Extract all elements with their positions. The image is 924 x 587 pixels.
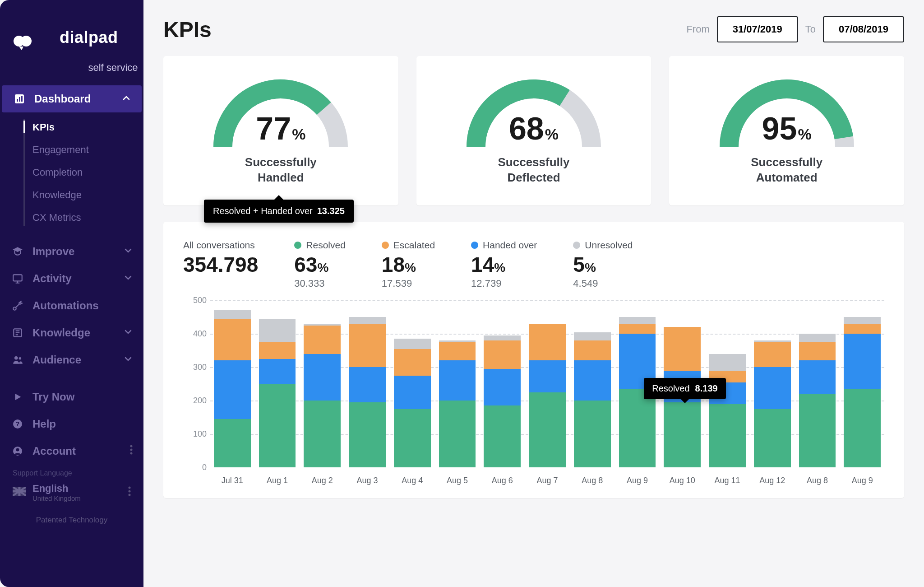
stats-row: All conversations 354.798 Resolved63%30.… bbox=[183, 240, 884, 290]
svg-rect-5 bbox=[21, 96, 23, 102]
date-to-input[interactable] bbox=[823, 16, 904, 42]
bar-seg-resolved bbox=[259, 384, 296, 467]
nav-improve[interactable]: Improve bbox=[0, 238, 143, 265]
legend-dot bbox=[382, 242, 389, 249]
dashboard-sublist: KPIs Engagement Completion Knowledge CX … bbox=[0, 116, 143, 229]
bar-col[interactable] bbox=[709, 354, 746, 468]
book-icon bbox=[11, 327, 24, 339]
chart-icon bbox=[13, 93, 26, 104]
bar-col[interactable] bbox=[259, 319, 296, 467]
bar-seg-resolved bbox=[844, 389, 881, 467]
main: KPIs From To 77%SuccessfullyHandledResol… bbox=[143, 0, 924, 587]
date-from-input[interactable] bbox=[717, 16, 798, 42]
date-range: From To bbox=[686, 16, 904, 42]
nav-try-now[interactable]: Try Now bbox=[0, 383, 143, 410]
y-tick: 100 bbox=[193, 429, 207, 439]
chart-tooltip: Resolved8.139 bbox=[644, 378, 725, 399]
subnav-cx-metrics[interactable]: CX Metrics bbox=[32, 206, 143, 229]
x-label: Aug 3 bbox=[349, 471, 386, 485]
stat-pct: 63% bbox=[294, 253, 346, 276]
account-icon bbox=[11, 446, 24, 457]
svg-point-16 bbox=[130, 445, 133, 447]
bar-col[interactable] bbox=[349, 317, 386, 467]
x-label: Aug 8 bbox=[574, 471, 611, 485]
stat-unresolved: Unresolved5%4.549 bbox=[573, 240, 633, 290]
bar-col[interactable] bbox=[754, 340, 791, 467]
svg-point-22 bbox=[129, 494, 131, 496]
bar-col[interactable] bbox=[394, 339, 431, 467]
gauge-card-2: 95%SuccessfullyAutomated bbox=[669, 56, 904, 205]
bar-seg-resolved bbox=[574, 401, 611, 467]
legend-dot bbox=[471, 242, 478, 249]
y-tick: 300 bbox=[193, 363, 207, 372]
stat-label: Handed over bbox=[483, 240, 537, 251]
bar-seg-handed-over bbox=[349, 367, 386, 402]
bar-seg-unresolved bbox=[844, 317, 881, 324]
bar-seg-resolved bbox=[484, 405, 521, 467]
topbar: KPIs From To bbox=[163, 16, 904, 42]
bar-col[interactable] bbox=[484, 335, 521, 467]
nav-knowledge[interactable]: Knowledge bbox=[0, 319, 143, 346]
bar-seg-escalated bbox=[259, 342, 296, 359]
nav-activity[interactable]: Activity bbox=[0, 265, 143, 292]
subnav-knowledge[interactable]: Knowledge bbox=[32, 184, 143, 206]
bar-seg-resolved bbox=[664, 402, 701, 467]
bar-seg-resolved bbox=[529, 392, 566, 468]
bar-seg-escalated bbox=[394, 349, 431, 376]
nav-label: Improve bbox=[32, 245, 74, 258]
gauge-2: 95% bbox=[712, 72, 861, 151]
x-label: Aug 12 bbox=[754, 471, 791, 485]
bar-col[interactable] bbox=[214, 310, 251, 467]
stat-label: Resolved bbox=[306, 240, 346, 251]
conversations-chart: 0100200300400500 Jul 31Aug 1Aug 2Aug 3Au… bbox=[183, 300, 884, 485]
bar-seg-escalated bbox=[349, 324, 386, 367]
bar-col[interactable] bbox=[799, 334, 836, 467]
stat-label: Escalated bbox=[393, 240, 435, 251]
gauge-1: 68% bbox=[459, 72, 608, 151]
nav-label: Account bbox=[32, 445, 76, 457]
nav-label: Try Now bbox=[32, 391, 74, 403]
y-tick: 500 bbox=[193, 296, 207, 305]
help-icon: ? bbox=[11, 419, 24, 429]
bar-seg-escalated bbox=[844, 324, 881, 334]
stat-all-label: All conversations bbox=[183, 240, 258, 251]
nav-help[interactable]: ?Help bbox=[0, 410, 143, 438]
svg-point-21 bbox=[129, 490, 131, 493]
bar-seg-handed-over bbox=[394, 376, 431, 409]
subnav-kpis[interactable]: KPIs bbox=[32, 116, 143, 139]
subnav-engagement[interactable]: Engagement bbox=[32, 139, 143, 161]
svg-point-15 bbox=[16, 448, 19, 451]
brand: dialpad self service bbox=[0, 13, 143, 83]
bar-col[interactable] bbox=[304, 324, 341, 467]
bar-seg-resolved bbox=[709, 404, 746, 468]
bar-col[interactable] bbox=[439, 340, 476, 467]
svg-point-1 bbox=[21, 36, 32, 47]
bar-seg-handed-over bbox=[754, 367, 791, 409]
nav-automations[interactable]: Automations bbox=[0, 292, 143, 319]
bar-seg-unresolved bbox=[574, 332, 611, 341]
dots-icon[interactable] bbox=[130, 445, 133, 457]
bar-seg-handed-over bbox=[439, 360, 476, 401]
x-label: Aug 6 bbox=[484, 471, 521, 485]
dots-icon[interactable] bbox=[128, 486, 131, 498]
stat-value: 12.739 bbox=[471, 278, 537, 289]
bar-seg-unresolved bbox=[619, 317, 656, 324]
gauge-card-0: 77%SuccessfullyHandledResolved + Handed … bbox=[163, 56, 398, 205]
nav-account[interactable]: Account bbox=[0, 438, 143, 465]
bar-seg-handed-over bbox=[529, 360, 566, 392]
bar-col[interactable] bbox=[529, 324, 566, 467]
x-label: Aug 9 bbox=[844, 471, 881, 485]
gauge-value: 77% bbox=[206, 113, 355, 144]
gauge-tooltip: Resolved + Handed over13.325 bbox=[204, 200, 354, 223]
subnav-completion[interactable]: Completion bbox=[32, 161, 143, 184]
nav-dashboard[interactable]: Dashboard bbox=[2, 85, 142, 112]
nav-audience[interactable]: Audience bbox=[0, 346, 143, 373]
bar-seg-handed-over bbox=[844, 334, 881, 389]
language-selector[interactable]: English United Kingdom bbox=[0, 479, 143, 506]
bar-seg-escalated bbox=[664, 327, 701, 370]
chevron-down-icon bbox=[124, 272, 133, 285]
bar-seg-escalated bbox=[619, 324, 656, 334]
stat-handed-over: Handed over14%12.739 bbox=[471, 240, 537, 290]
bar-col[interactable] bbox=[574, 332, 611, 468]
bar-col[interactable] bbox=[844, 317, 881, 467]
